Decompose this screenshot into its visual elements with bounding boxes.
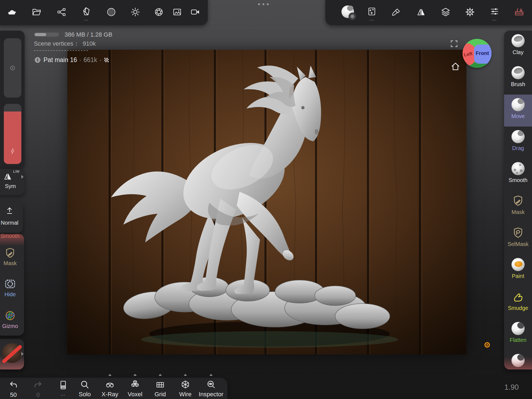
- voxel-label: Voxel: [123, 391, 147, 398]
- intensity-fill: [4, 112, 21, 164]
- sym-lw-badge: L/W: [13, 169, 19, 174]
- brush-item-brush[interactable]: Brush: [504, 63, 532, 95]
- xray-options-arrow: [108, 374, 112, 376]
- files-button[interactable]: [32, 7, 42, 17]
- brush-item-drag[interactable]: Drag: [504, 127, 532, 159]
- paint-label: Paint: [512, 273, 524, 279]
- globe-wire-icon: [34, 56, 41, 64]
- wire-button[interactable]: [180, 380, 190, 390]
- scene-vertices-value: 910k: [83, 40, 96, 47]
- home-view-button[interactable]: [450, 61, 461, 72]
- wire-gem-icon: [180, 380, 190, 390]
- no-alpha-sphere: [2, 343, 22, 363]
- inspector-options-arrow: [209, 374, 213, 376]
- smooth-tool-label[interactable]: Smooth: [0, 234, 24, 239]
- status-separator: [34, 50, 88, 51]
- mask-tool-button[interactable]: Mask: [0, 247, 22, 266]
- xray-glasses-icon: [105, 380, 115, 390]
- stamps-button[interactable]: [367, 7, 377, 16]
- layers-button[interactable]: [441, 7, 451, 17]
- undo-button[interactable]: [9, 380, 19, 390]
- book-pages-icon: [58, 380, 68, 390]
- paint-button[interactable]: [391, 7, 401, 17]
- solo-button[interactable]: [80, 380, 90, 390]
- move-label: Move: [511, 113, 525, 119]
- inspector-button[interactable]: [206, 380, 216, 390]
- app-logo-button[interactable]: [7, 7, 17, 17]
- symmetry-panel[interactable]: L/W Sym: [0, 169, 25, 195]
- stamps-more-indicator: …: [367, 16, 377, 22]
- grid-label: Grid: [148, 391, 173, 398]
- shield-brush-icon: [4, 247, 16, 259]
- xray-button[interactable]: [105, 380, 115, 390]
- toolbox-icon: [514, 7, 524, 16]
- brush-item-selmask[interactable]: SelMask: [504, 222, 532, 254]
- brush-item-smooth[interactable]: Smooth: [504, 159, 532, 190]
- brush-item-smudge[interactable]: Smudge: [504, 286, 532, 318]
- scene-vertices-text: Scene vertices： 910k: [34, 40, 96, 48]
- camera-button[interactable]: [190, 7, 200, 17]
- viewport-canvas[interactable]: [67, 50, 466, 354]
- alpha-expand-arrow[interactable]: [21, 352, 24, 356]
- mask-label: Mask: [511, 209, 525, 215]
- toolbox-button[interactable]: [514, 7, 524, 16]
- undo-icon: [9, 381, 18, 390]
- stroke-normal-button[interactable]: Normal: [0, 202, 23, 233]
- app-logo-icon: [7, 7, 17, 17]
- brush-preview-button[interactable]: [341, 5, 354, 18]
- sym-label: Sym: [0, 183, 25, 189]
- topology-sliders-button[interactable]: [490, 7, 499, 16]
- smooth-brush-thumb: [511, 162, 525, 175]
- zoom-readout: 1.90: [504, 383, 519, 392]
- left-tools-panel: Smooth Mask Hide Gizmo: [0, 234, 24, 336]
- image-icon: [173, 7, 182, 17]
- voxel-options-arrow: [133, 374, 137, 376]
- node-graph-icon: [57, 7, 66, 17]
- voxel-button[interactable]: [130, 379, 140, 389]
- active-layer-row[interactable]: Pat main 16 · 661k ·: [34, 56, 109, 64]
- brush-item-flatten[interactable]: Flatten: [504, 318, 532, 350]
- mesh-primitive-button[interactable]: [81, 7, 91, 16]
- redo-button[interactable]: [33, 380, 43, 390]
- clay-label: Clay: [513, 49, 524, 55]
- lighting-button[interactable]: [130, 7, 140, 17]
- brush-item-clay[interactable]: Clay: [504, 31, 532, 63]
- intensity-slider[interactable]: [4, 104, 21, 164]
- background-button[interactable]: [172, 7, 182, 17]
- history-more-indicator: …: [58, 391, 68, 397]
- mask-shield-icon: [512, 195, 524, 207]
- grid-options-arrow: [159, 374, 162, 376]
- smudge-label: Smudge: [508, 305, 528, 311]
- undo-count: 50: [5, 391, 21, 398]
- nav-orientation-sphere[interactable]: Left Front: [463, 39, 492, 68]
- mesh-more-indicator: …: [81, 16, 91, 22]
- fullscreen-button[interactable]: [450, 39, 458, 48]
- radius-slider[interactable]: [4, 38, 21, 98]
- gizmo-tool-button[interactable]: Gizmo: [0, 309, 22, 329]
- sym-expand-arrow[interactable]: [21, 175, 24, 179]
- inspector-eye-icon: [206, 380, 216, 390]
- brush-item-partial[interactable]: [504, 350, 532, 369]
- material-button[interactable]: [106, 7, 116, 17]
- smooth-label: Smooth: [509, 177, 528, 183]
- memory-usage-text: 386 MB / 1.28 GB: [65, 31, 112, 38]
- grid-button[interactable]: [155, 380, 165, 390]
- wire-options-arrow: [184, 374, 187, 376]
- brush-brush-thumb: [511, 66, 525, 79]
- scene-graph-button[interactable]: [57, 7, 66, 17]
- alpha-disabled-button[interactable]: [0, 339, 24, 369]
- brush-settings-badge[interactable]: [349, 13, 356, 20]
- brush-item-mask[interactable]: Mask: [504, 190, 532, 222]
- paintbrush-icon: [392, 7, 401, 17]
- aperture-icon: [154, 7, 163, 17]
- postprocess-button[interactable]: [154, 7, 164, 17]
- brush-item-paint[interactable]: Paint: [504, 254, 532, 286]
- brush-item-move-selected[interactable]: Move: [504, 95, 532, 127]
- sliders-more-indicator: …: [490, 16, 499, 22]
- toolbar-handle[interactable]: [258, 3, 269, 5]
- history-button[interactable]: [58, 380, 68, 390]
- symmetry-button[interactable]: [416, 7, 426, 17]
- nav-front-label: Front: [476, 50, 489, 56]
- settings-button[interactable]: [465, 7, 475, 17]
- hide-tool-button[interactable]: Hide: [0, 278, 22, 298]
